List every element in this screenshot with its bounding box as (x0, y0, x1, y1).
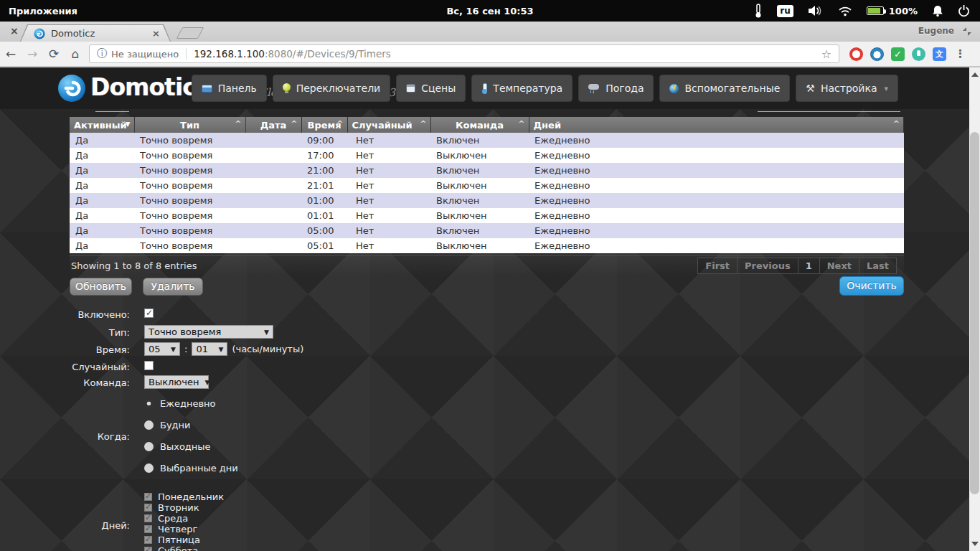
volume-icon[interactable] (808, 4, 824, 17)
table-cell: Ежедневно (529, 178, 904, 193)
utility-globe-icon (669, 84, 679, 93)
table-row[interactable]: ДаТочно вовремя05:00НетВключенЕжедневно (70, 223, 904, 238)
radio-icon[interactable] (144, 442, 154, 451)
table-row[interactable]: ДаТочно вовремя01:01НетВыключенЕжедневно (70, 208, 904, 223)
bulb-icon (283, 83, 291, 93)
nav-label: Температура (493, 83, 562, 94)
security-label[interactable]: Не защищено (111, 49, 179, 60)
tab-close-icon[interactable]: × (152, 28, 160, 39)
table-cell: 17:00 (301, 148, 347, 163)
day-tuesday: Вторник (144, 503, 199, 512)
window-restore-icon[interactable] (963, 27, 971, 36)
table-row[interactable]: ДаТочно вовремя09:00НетВключенЕжедневно (70, 133, 904, 148)
col-random[interactable]: Случайный^ (347, 117, 430, 133)
scrollbar-thumb[interactable] (970, 132, 979, 494)
new-tab-button[interactable] (176, 27, 204, 39)
col-days[interactable]: Дней^ (529, 117, 904, 133)
scroll-up-icon[interactable] (971, 72, 979, 77)
table-cell: Да (70, 178, 134, 193)
lamp-extension-icon[interactable] (912, 47, 925, 61)
close-icon[interactable]: × (10, 25, 19, 37)
clear-button[interactable]: Очистить (839, 276, 904, 296)
keyboard-layout-indicator[interactable]: ru (777, 5, 793, 17)
when-option-selected-days[interactable]: Выбранные дни (144, 463, 238, 473)
timer-table-body: ДаТочно вовремя09:00НетВключенЕжедневноД… (70, 133, 904, 253)
page-number[interactable]: 1 (798, 258, 819, 273)
nav-switches-button[interactable]: Переключатели (273, 75, 391, 102)
table-row[interactable]: ДаТочно вовремя01:00НетВключенЕжедневно (70, 193, 904, 208)
translate-extension-icon[interactable]: 文 (933, 47, 946, 61)
table-cell: Ежедневно (529, 193, 904, 208)
shield-extension-icon[interactable]: ✓ (891, 47, 905, 61)
nav-temperature-button[interactable]: Температура (471, 75, 573, 102)
radio-icon[interactable] (144, 399, 154, 408)
table-row[interactable]: ДаТочно вовремя05:01НетВыключенЕжедневно (70, 238, 904, 253)
battery-indicator[interactable]: 100% (867, 6, 918, 17)
reload-button[interactable]: ⟳ (43, 47, 65, 61)
when-option-weekdays[interactable]: Будни (144, 420, 191, 430)
command-select[interactable]: Выключен▼ (144, 375, 209, 389)
table-footer: Showing 1 to 8 of 8 entries First Previo… (70, 255, 904, 276)
browser-menu-icon[interactable]: ⋮ (955, 47, 966, 60)
page-first[interactable]: First (698, 258, 737, 273)
radio-icon[interactable] (144, 463, 154, 473)
table-row[interactable]: ДаТочно вовремя17:00НетВыключенЕжедневно (70, 148, 904, 163)
delete-button[interactable]: Удалить (143, 278, 203, 296)
browser-tab[interactable]: Domoticz × (20, 24, 171, 42)
thermometer-icon[interactable] (754, 4, 763, 18)
nav-setup-button[interactable]: ⚒ Настройка ▾ (796, 75, 898, 102)
main-nav: Панель Переключатели Сцены Температура П… (192, 75, 898, 102)
notifications-bell-icon[interactable] (932, 4, 943, 17)
nav-weather-button[interactable]: Погода (578, 75, 654, 102)
table-cell: Выключен (430, 238, 529, 253)
enabled-checkbox[interactable] (144, 309, 154, 318)
minutes-select[interactable]: 01▼ (192, 342, 227, 356)
back-button[interactable]: ← (0, 47, 22, 61)
type-select[interactable]: Точно вовремя▼ (144, 325, 273, 339)
random-label: Случайный: (0, 362, 130, 372)
table-cell: Да (70, 223, 134, 238)
scroll-down-icon[interactable] (971, 542, 979, 546)
col-command[interactable]: Команда^ (430, 117, 529, 133)
domoticz-logo-icon[interactable] (57, 74, 86, 103)
day-wednesday: Среда (144, 514, 188, 523)
browser-tab-bar: × Domoticz × Eugene (0, 22, 980, 42)
random-checkbox[interactable] (144, 361, 154, 370)
command-label: Команда: (0, 377, 130, 388)
forward-button[interactable]: → (22, 47, 43, 61)
nav-dashboard-button[interactable]: Панель (192, 75, 267, 102)
col-date[interactable]: Дата^ (245, 117, 301, 133)
page-next[interactable]: Next (819, 258, 859, 273)
when-option-weekends[interactable]: Выходные (144, 441, 211, 451)
table-cell (245, 178, 301, 193)
site-info-icon[interactable]: ⓘ (97, 47, 107, 60)
bookmark-star-icon[interactable]: ☆ (821, 47, 831, 61)
power-icon[interactable] (958, 4, 970, 17)
time-label: Время: (0, 344, 130, 355)
table-cell: Ежедневно (529, 223, 904, 238)
hours-select[interactable]: 05▼ (144, 342, 180, 356)
divider-line (758, 111, 900, 112)
drop-extension-icon[interactable] (870, 47, 884, 61)
home-button[interactable]: ⌂ (65, 47, 86, 61)
nav-utility-button[interactable]: Вспомогательные (659, 75, 790, 102)
url-input[interactable]: ⓘ Не защищено 192.168.1.100 :8080/#/Devi… (89, 44, 839, 63)
radio-icon[interactable] (144, 420, 154, 430)
page-previous[interactable]: Previous (737, 258, 798, 273)
table-cell: Выключен (430, 178, 529, 193)
when-option-daily[interactable]: Ежедневно (144, 398, 216, 408)
col-active[interactable]: Активный▼ (70, 117, 134, 133)
browser-toolbar: ← → ⟳ ⌂ ⓘ Не защищено 192.168.1.100 :808… (0, 42, 980, 67)
table-row[interactable]: ДаТочно вовремя21:00НетВключенЕжедневно (70, 163, 904, 178)
profile-label[interactable]: Eugene (918, 26, 954, 36)
wifi-icon[interactable] (838, 6, 852, 17)
table-row[interactable]: ДаТочно вовремя21:01НетВыключенЕжедневно (70, 178, 904, 193)
battery-icon (867, 6, 884, 15)
page-last[interactable]: Last (859, 258, 896, 273)
nav-scenes-button[interactable]: Сцены (396, 75, 466, 102)
col-time[interactable]: Время^ (301, 117, 347, 133)
page-scrollbar[interactable] (969, 67, 980, 551)
col-type[interactable]: Тип^ (134, 117, 245, 133)
adblock-extension-icon[interactable] (849, 47, 863, 61)
update-button[interactable]: Обновить (70, 278, 132, 296)
